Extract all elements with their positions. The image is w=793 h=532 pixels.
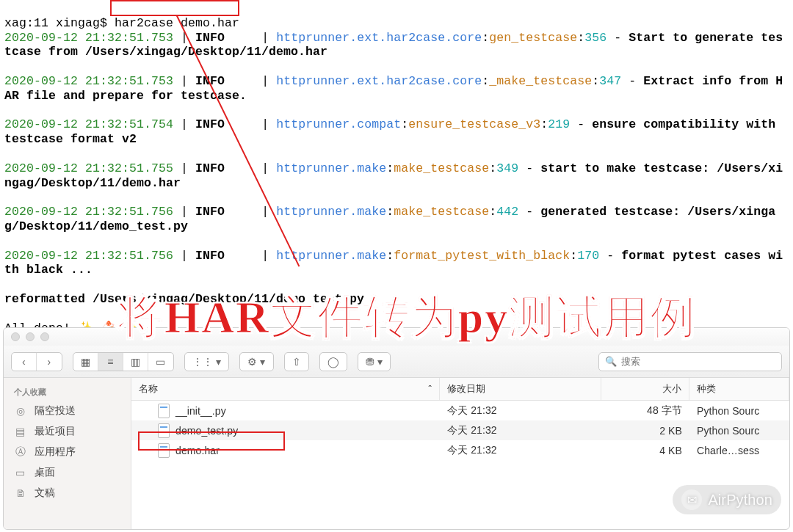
file-row[interactable]: __init__.py 今天 21:32 48 字节 Python Sourc <box>131 401 789 420</box>
reformatted-line: reformatted /Users/xingag/Desktop/11/dem… <box>4 292 789 307</box>
sort-indicator-icon: ˆ <box>429 384 432 395</box>
log-line: 2020-09-12 21:32:51.756 | INFO | httprun… <box>4 205 789 234</box>
traffic-minimize-icon[interactable] <box>26 332 35 341</box>
desktop-icon: ▭ <box>14 466 27 479</box>
finder-toolbar: ‹ › ▦ ≡ ▥ ▭ ⋮⋮ ▾ ⚙ ▾ ⇧ ◯ ⛃ ▾ 🔍 <box>4 346 789 378</box>
share-icon: ⇧ <box>285 353 308 371</box>
sidebar-item-airdrop[interactable]: ◎ 隔空投送 <box>4 401 131 421</box>
gallery-view-button[interactable]: ▭ <box>148 353 173 371</box>
file-size: 48 字节 <box>601 404 689 418</box>
file-name: __init__.py <box>175 405 226 417</box>
search-field[interactable]: 🔍 <box>598 352 782 371</box>
nav-group: ‹ › <box>11 352 62 371</box>
icon-view-button[interactable]: ▦ <box>73 353 98 371</box>
file-kind: Charle…sess <box>689 445 789 456</box>
dropbox-icon: ⛃ ▾ <box>358 353 390 371</box>
file-kind: Python Sourc <box>689 405 789 417</box>
log-line: 2020-09-12 21:32:51.754 | INFO | httprun… <box>4 117 789 147</box>
dropbox-group[interactable]: ⛃ ▾ <box>358 352 391 371</box>
column-header-kind[interactable]: 种类 <box>689 378 789 400</box>
sidebar-item-label: 桌面 <box>35 466 55 479</box>
log-line: 2020-09-12 21:32:51.753 | INFO | httprun… <box>4 74 789 103</box>
view-group: ▦ ≡ ▥ ▭ <box>73 352 174 371</box>
file-kind: Python Sourc <box>689 425 789 437</box>
action-group[interactable]: ⚙ ▾ <box>239 352 273 371</box>
tag-button[interactable]: ◯ <box>319 352 347 371</box>
file-size: 2 KB <box>601 425 689 437</box>
gear-icon: ⚙ ▾ <box>240 353 272 371</box>
column-header-size[interactable]: 大小 <box>601 378 689 400</box>
file-date: 今天 21:32 <box>440 444 601 457</box>
arrange-icon: ⋮⋮ ▾ <box>185 353 228 371</box>
python-file-icon <box>158 423 170 438</box>
sidebar-item-applications[interactable]: Ⓐ 应用程序 <box>4 442 131 462</box>
applications-icon: Ⓐ <box>14 445 27 459</box>
column-header-name[interactable]: 名称ˆ <box>131 378 440 400</box>
tag-icon: ◯ <box>320 353 347 371</box>
prompt-1: xag:11 xingag$ <box>4 16 115 30</box>
file-date: 今天 21:32 <box>440 424 601 437</box>
column-view-button[interactable]: ▥ <box>123 353 148 371</box>
documents-icon: 🗎 <box>14 487 27 500</box>
file-row[interactable]: demo_test.py 今天 21:32 2 KB Python Sourc <box>131 420 789 440</box>
finder-sidebar: 个人收藏 ◎ 隔空投送 ▤ 最近项目 Ⓐ 应用程序 ▭ 桌面 🗎 文稿 <box>4 378 131 529</box>
share-button[interactable]: ⇧ <box>284 352 309 371</box>
column-header-date[interactable]: 修改日期 <box>440 378 601 400</box>
log-line: 2020-09-12 21:32:51.753 | INFO | httprun… <box>4 31 789 60</box>
file-list-pane: 名称ˆ 修改日期 大小 种类 __init__.py 今天 21:32 48 字… <box>131 378 789 529</box>
sidebar-header-favorites: 个人收藏 <box>4 384 131 401</box>
sidebar-item-documents[interactable]: 🗎 文稿 <box>4 483 131 503</box>
sidebar-item-label: 最近项目 <box>35 425 76 438</box>
har-file-icon <box>158 443 170 458</box>
file-row[interactable]: demo.har 今天 21:32 4 KB Charle…sess <box>131 440 789 460</box>
python-file-icon <box>158 404 170 418</box>
file-name: demo_test.py <box>175 425 238 437</box>
list-view-button[interactable]: ≡ <box>98 353 123 371</box>
sidebar-item-label: 文稿 <box>35 487 55 500</box>
arrange-group[interactable]: ⋮⋮ ▾ <box>184 352 229 371</box>
recents-icon: ▤ <box>14 425 27 438</box>
file-name: demo.har <box>175 445 220 456</box>
traffic-zoom-icon[interactable] <box>40 332 49 341</box>
forward-button[interactable]: › <box>37 353 62 371</box>
sidebar-item-label: 应用程序 <box>35 445 76 459</box>
command-1: har2case demo.har <box>115 16 239 30</box>
traffic-close-icon[interactable] <box>11 332 20 341</box>
column-headers: 名称ˆ 修改日期 大小 种类 <box>131 378 789 401</box>
log-line: 2020-09-12 21:32:51.756 | INFO | httprun… <box>4 249 789 278</box>
sidebar-item-label: 隔空投送 <box>35 404 76 418</box>
search-input[interactable] <box>621 356 775 367</box>
sidebar-item-recents[interactable]: ▤ 最近项目 <box>4 421 131 442</box>
airdrop-icon: ◎ <box>14 404 27 418</box>
back-button[interactable]: ‹ <box>12 353 37 371</box>
finder-titlebar <box>4 328 789 346</box>
file-date: 今天 21:32 <box>440 404 601 418</box>
search-icon: 🔍 <box>605 356 617 367</box>
log-line: 2020-09-12 21:32:51.755 | INFO | httprun… <box>4 161 789 191</box>
file-size: 4 KB <box>601 445 689 456</box>
finder-window: ‹ › ▦ ≡ ▥ ▭ ⋮⋮ ▾ ⚙ ▾ ⇧ ◯ ⛃ ▾ 🔍 个人收 <box>3 327 790 530</box>
sidebar-item-desktop[interactable]: ▭ 桌面 <box>4 462 131 483</box>
